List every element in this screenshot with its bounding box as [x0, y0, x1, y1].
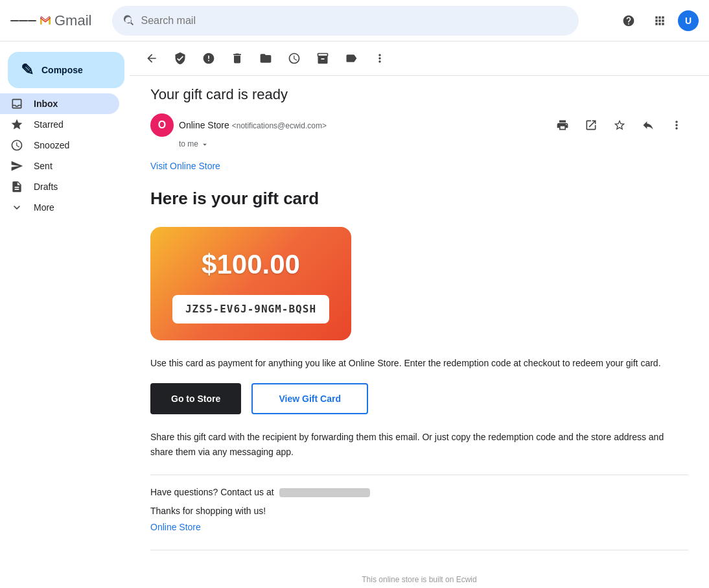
- report-button[interactable]: [197, 47, 220, 70]
- email-footer: This online store is built on Ecwid Ecwi…: [150, 561, 688, 588]
- snooze-icon: [10, 139, 23, 152]
- inbox-icon: [10, 97, 23, 110]
- email-container: Your gift card is ready O Online Store <…: [130, 76, 709, 588]
- sender-email: <notifications@ecwid.com>: [232, 121, 327, 130]
- drafts-label: Drafts: [34, 182, 58, 192]
- open-new-window-button[interactable]: [579, 113, 603, 137]
- user-avatar[interactable]: U: [678, 10, 699, 31]
- compose-label: Compose: [41, 65, 83, 75]
- view-gift-card-button[interactable]: View Gift Card: [251, 383, 368, 414]
- star-email-button[interactable]: [608, 113, 631, 137]
- gmail-title: Gmail: [54, 12, 91, 29]
- more-options-button[interactable]: [665, 113, 688, 137]
- cta-row: Go to Store View Gift Card: [150, 383, 688, 414]
- sender-avatar: O: [150, 113, 174, 137]
- visit-store-link[interactable]: Visit Online Store: [150, 159, 220, 173]
- blurred-email: [279, 488, 370, 497]
- compose-plus-icon: ✎: [21, 62, 34, 78]
- thanks-text: Thanks for shopping with us!: [150, 504, 688, 518]
- more-label: More: [34, 202, 54, 213]
- email-heading: Here is your gift card: [150, 186, 688, 211]
- body-text: Use this card as payment for anything yo…: [150, 356, 688, 370]
- email-body: Visit Online Store Here is your gift car…: [150, 159, 688, 588]
- go-to-store-button[interactable]: Go to Store: [150, 383, 241, 414]
- back-button[interactable]: [140, 47, 163, 70]
- chevron-down-icon: [10, 201, 23, 214]
- footer-text: This online store is built on Ecwid: [150, 574, 688, 585]
- print-button[interactable]: [551, 113, 574, 137]
- compose-button[interactable]: ✎ Compose: [8, 52, 124, 88]
- move-to-button[interactable]: [254, 47, 277, 70]
- sidebar-item-more[interactable]: More: [0, 197, 119, 218]
- sent-label: Sent: [34, 161, 52, 171]
- no-phishing-button[interactable]: [169, 47, 192, 70]
- header-actions: [551, 113, 688, 137]
- divider-2: [150, 550, 688, 550]
- help-icon: [622, 14, 635, 27]
- sidebar: ✎ Compose Inbox Starred Snoozed: [0, 41, 130, 588]
- sidebar-item-snoozed[interactable]: Snoozed: [0, 135, 119, 156]
- apps-button[interactable]: [647, 8, 673, 34]
- expand-icon: [200, 140, 209, 149]
- email-toolbar: [130, 41, 709, 76]
- email-header: O Online Store <notifications@ecwid.com>…: [150, 113, 688, 149]
- starred-label: Starred: [34, 119, 64, 130]
- sidebar-item-inbox[interactable]: Inbox: [0, 93, 119, 114]
- sidebar-item-drafts[interactable]: Drafts: [0, 176, 119, 197]
- gift-card: $100.00 JZS5-EV6J-9NGM-BQSH: [150, 227, 351, 340]
- inbox-label: Inbox: [34, 99, 58, 109]
- gift-code: JZS5-EV6J-9NGM-BQSH: [172, 295, 329, 323]
- draft-icon: [10, 180, 23, 193]
- menu-button[interactable]: [10, 8, 36, 34]
- star-icon: [10, 118, 23, 131]
- search-icon: [122, 14, 135, 27]
- search-input[interactable]: [141, 15, 568, 27]
- more-email-actions-button[interactable]: [368, 47, 391, 70]
- delete-button[interactable]: [226, 47, 249, 70]
- search-bar[interactable]: [112, 6, 579, 36]
- gift-amount: $100.00: [202, 244, 300, 285]
- help-button[interactable]: [616, 8, 642, 34]
- label-button[interactable]: [340, 47, 363, 70]
- snoozed-label: Snoozed: [34, 140, 69, 150]
- sender-info: O Online Store <notifications@ecwid.com>…: [150, 113, 327, 149]
- move-archive-button[interactable]: [311, 47, 334, 70]
- to-me-label[interactable]: to me: [179, 139, 209, 148]
- send-icon: [10, 159, 23, 172]
- sidebar-item-starred[interactable]: Starred: [0, 114, 119, 135]
- contact-text: Have questions? Contact us at: [150, 486, 688, 499]
- share-text: Share this gift card with the recipient …: [150, 430, 688, 459]
- snooze-email-button[interactable]: [283, 47, 306, 70]
- email-content-area: Your gift card is ready O Online Store <…: [130, 41, 709, 588]
- reply-button[interactable]: [636, 113, 660, 137]
- sender-name: Online Store: [179, 120, 229, 130]
- online-store-link[interactable]: Online Store: [150, 522, 201, 532]
- divider-1: [150, 475, 688, 475]
- apps-icon: [653, 14, 666, 27]
- sidebar-item-sent[interactable]: Sent: [0, 156, 119, 176]
- gmail-logo: Gmail: [39, 12, 91, 29]
- email-subject: Your gift card is ready: [150, 86, 688, 103]
